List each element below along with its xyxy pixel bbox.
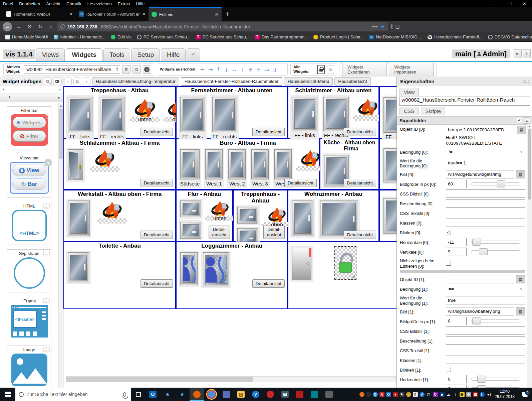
view-tab[interactable]: Hausübersicht-Beleuchtung-Temperatur (92, 77, 179, 86)
detail-view-button[interactable]: Detail-ansicht (209, 226, 230, 239)
number-input[interactable]: 0 (446, 385, 467, 388)
active-widget-select[interactable]: w00082_Hausübersicht-Fenster-Rollläde ▲▼ (24, 65, 120, 74)
text-input[interactable] (446, 219, 525, 227)
tab-css[interactable]: CSS (400, 107, 419, 115)
select-spinner-icon[interactable]: ▲▼ (116, 67, 118, 72)
window-icon[interactable]: West 2 (227, 148, 247, 188)
browser-tab-active[interactable]: Edit vis ✕ (149, 7, 222, 21)
sidebar-toggle-icon[interactable]: ❏ (395, 24, 400, 29)
edge-icon[interactable]: e (175, 388, 190, 401)
window-icon[interactable] (179, 220, 203, 240)
menu-item[interactable]: Bearbeiten (16, 1, 43, 6)
tray-signal-icon[interactable]: ) (452, 388, 459, 401)
widget-card-filter-bar[interactable]: Filter bar ▽ ⊞Widgets ⊘Filter (7, 106, 51, 149)
photos-icon[interactable] (292, 388, 307, 401)
tray-network-icon[interactable]: ▢ (425, 388, 432, 401)
panel-grip-icon[interactable] (523, 80, 529, 83)
window-icon[interactable]: FF - links (179, 95, 207, 141)
start-button[interactable] (0, 388, 15, 401)
number-input[interactable]: 9 (446, 248, 467, 256)
text-input[interactable]: true!== 1 (446, 159, 525, 167)
taskbar-clock[interactable]: 12:40 29.07.2018 (492, 389, 517, 399)
action-center-icon[interactable]: 9 (517, 392, 532, 397)
view-tab-active[interactable]: Hausübersicht-Fenster-Rollläden-Rauchmel… (181, 77, 282, 86)
window-icon[interactable]: Südseite (179, 148, 201, 188)
text-input[interactable] (446, 189, 525, 198)
smoke-detector-fire-icon[interactable]: oben (262, 206, 292, 227)
tray-cleaner-icon[interactable]: C (432, 388, 439, 401)
widget-filter-input[interactable]: * × (0, 86, 63, 94)
tray-volume-icon[interactable]: ◄) (485, 388, 492, 401)
app-icon[interactable]: ? (248, 388, 263, 401)
bookmark-item[interactable]: WHexadezimale Farbdefi... (425, 34, 485, 39)
internet-explorer-icon[interactable]: e (160, 388, 175, 401)
detail-view-button[interactable]: Detailansicht (141, 128, 173, 136)
outlook-icon[interactable]: O (146, 388, 160, 401)
file-explorer-icon[interactable]: ▤ (234, 388, 248, 401)
slider-thumb[interactable] (497, 180, 505, 187)
section-checkbox[interactable] (517, 118, 522, 123)
app-icon[interactable] (263, 388, 278, 401)
prev-view-button[interactable]: ‹ (64, 78, 72, 85)
window-tilted-icon[interactable] (66, 148, 85, 182)
bookmark-item[interactable]: iobroker - Homematic... (51, 34, 108, 39)
canvas-horizontal-scrollbar[interactable] (66, 376, 396, 382)
view-tab[interactable]: Hausübersicht (334, 77, 370, 86)
checkbox[interactable] (446, 367, 451, 372)
chrome-icon[interactable] (204, 388, 219, 401)
view-tab[interactable]: Hausübersicht-Menü (284, 77, 333, 86)
tab-close-icon[interactable]: ✕ (215, 12, 219, 17)
browser-tab[interactable]: HomeMatic WebUI ✕ (3, 7, 76, 21)
slider[interactable] (471, 378, 520, 381)
number-input[interactable]: 0 (446, 317, 467, 325)
slider[interactable] (471, 250, 520, 253)
text-input[interactable] (446, 356, 525, 364)
number-input[interactable]: -11 (446, 238, 467, 246)
widget-card-svg-shape[interactable]: Svg shape (7, 249, 51, 292)
detail-view-button[interactable]: Detailansicht (252, 128, 285, 136)
presence-window-icon[interactable] (179, 251, 199, 287)
tab-close-icon[interactable]: ✕ (142, 11, 146, 17)
menu-item[interactable]: Hilfe (133, 1, 148, 6)
new-tab-button[interactable]: + (222, 7, 233, 21)
copy-view-button[interactable]: ⧉ (73, 78, 81, 85)
tray-adobe-icon[interactable]: A (378, 388, 385, 401)
checkbox[interactable] (446, 230, 451, 235)
mail-icon[interactable]: ✉ (278, 388, 292, 401)
align-icon[interactable]: ⊞ (247, 65, 255, 74)
smoke-detector-fire-icon[interactable]: unten (205, 199, 235, 221)
forward-button[interactable]: → (15, 24, 23, 29)
detail-view-button[interactable]: Detailansicht (344, 179, 376, 187)
tray-icon[interactable]: ▦ (459, 388, 465, 401)
objectid-input[interactable] (446, 275, 514, 283)
next-view-button[interactable]: › (83, 78, 90, 85)
tab-setup[interactable]: Setup (131, 48, 160, 61)
window-icon[interactable]: FF - rechts (211, 95, 239, 141)
close-button[interactable]: ✕ (517, 1, 532, 6)
window-icon[interactable] (290, 199, 315, 238)
detail-view-button[interactable]: Detailansicht (141, 231, 173, 239)
window-icon[interactable]: FF - links (66, 95, 94, 141)
window-icon[interactable]: West 3 (250, 148, 270, 188)
url-bar[interactable]: i 192.168.2.238 :8082/vis/edit.html?main… (57, 22, 388, 31)
task-view-button[interactable] (131, 388, 146, 401)
tab-close-icon[interactable]: ✕ (69, 11, 73, 17)
tray-pen-icon[interactable]: ✎ (398, 388, 405, 401)
objectid-input[interactable]: /vis/widgets/hqwidgets/img, (446, 170, 514, 178)
align-icon[interactable]: ▯ (271, 65, 279, 74)
tab-widgets[interactable]: Widgets (66, 48, 102, 61)
window-icon[interactable] (179, 199, 203, 219)
widget-card-views-bar[interactable]: Views bar ➜ View ↻Bar (7, 154, 51, 197)
detail-view-button[interactable]: Detailansicht (252, 279, 285, 288)
align-icon[interactable]: ⇤ (199, 65, 207, 74)
slider-thumb[interactable] (472, 317, 481, 324)
smoke-detector-fire-icon[interactable] (90, 148, 119, 172)
number-input[interactable]: 0 (446, 375, 467, 383)
window-icon[interactable] (236, 205, 260, 225)
resize-handle[interactable] (352, 275, 355, 278)
align-icon[interactable]: ▭ (263, 65, 271, 74)
slider-thumb[interactable] (472, 239, 481, 246)
tray-icon[interactable] (365, 388, 372, 401)
menu-item[interactable]: Extras (115, 1, 133, 6)
align-icon[interactable]: ⇥ (207, 65, 215, 74)
